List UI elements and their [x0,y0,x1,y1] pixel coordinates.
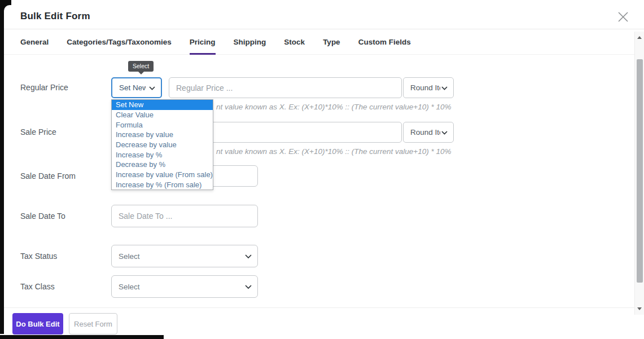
tab-general[interactable]: General [20,29,49,54]
dropdown-option[interactable]: Set New [112,100,213,110]
modal-title: Bulk Edit Form [20,11,90,22]
select-tooltip: Select [128,61,154,72]
tax-status-label: Tax Status [20,245,57,267]
scroll-down-icon[interactable] [637,307,642,310]
dropdown-option[interactable]: Decrease by value [112,140,213,150]
round-select-value: Round Iter [410,83,440,92]
chevron-down-icon [149,83,155,92]
sale-price-label: Sale Price [20,122,56,143]
regular-price-label: Regular Price [20,77,68,98]
tab-custom-fields[interactable]: Custom Fields [358,29,411,54]
tab-pricing[interactable]: Pricing [190,29,216,54]
chevron-down-icon [245,252,252,261]
tax-class-value: Select [119,283,140,291]
dropdown-option[interactable]: Decrease by % [112,160,213,170]
sale-date-from-label: Sale Date From [20,165,76,187]
operation-select-value: Set New [119,83,146,92]
footer-divider [4,307,644,308]
close-icon [616,10,630,25]
sale-price-formula-hint: nt value known as X. Ex: (X+10)*10% :: (… [216,147,451,156]
tax-status-select[interactable]: Select [111,245,258,267]
tax-status-value: Select [119,252,140,261]
regular-price-formula-hint: nt value known as X. Ex: (X+10)*10% :: (… [216,103,451,111]
dropdown-option[interactable]: Increase by value [112,130,213,140]
regular-price-input[interactable] [169,77,402,98]
dropdown-option[interactable]: Formula [112,120,213,130]
do-bulk-edit-button[interactable]: Do Bulk Edit [12,313,63,334]
close-button[interactable] [614,8,632,27]
page-background-edge [0,335,164,339]
tooltip-text: Select [133,63,149,69]
regular-price-operation-select[interactable]: Set New [111,77,162,98]
operation-dropdown-list: Set New Clear Value Formula Increase by … [111,99,213,190]
vertical-scrollbar[interactable] [634,32,644,315]
reset-form-button[interactable]: Reset Form [69,313,117,334]
dropdown-option[interactable]: Increase by value (From sale) [112,170,213,180]
tab-shipping[interactable]: Shipping [234,29,266,54]
scroll-up-icon[interactable] [637,36,642,39]
modal-header: Bulk Edit Form [4,5,644,29]
tax-class-select[interactable]: Select [111,275,258,298]
dropdown-option[interactable]: Clear Value [112,110,213,120]
tab-type[interactable]: Type [323,29,340,54]
regular-price-round-select[interactable]: Round Iter [403,77,454,98]
dropdown-option[interactable]: Increase by % (From sale) [112,179,213,190]
tax-class-label: Tax Class [20,275,55,298]
sale-price-round-select[interactable]: Round Iter [403,122,454,143]
bulk-edit-modal: Bulk Edit Form General Categories/Tags/T… [4,5,644,335]
chevron-down-icon [245,283,252,291]
tab-categories-tags-taxonomies[interactable]: Categories/Tags/Taxonomies [67,29,172,54]
tab-stock[interactable]: Stock [284,29,305,54]
scrollbar-thumb[interactable] [637,59,643,283]
round-select-value: Round Iter [410,128,440,137]
sale-date-to-label: Sale Date To [20,205,65,227]
tab-bar: General Categories/Tags/Taxonomies Prici… [4,29,644,55]
dropdown-option[interactable]: Increase by % [112,149,213,160]
chevron-down-icon [441,128,448,137]
sale-date-to-input[interactable] [111,205,258,227]
chevron-down-icon [441,83,448,92]
